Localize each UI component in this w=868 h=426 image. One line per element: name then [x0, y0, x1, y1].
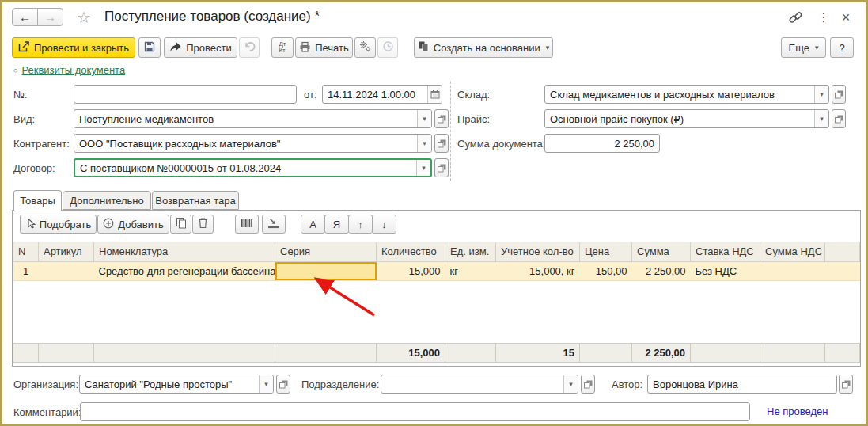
tab-additional[interactable]: Дополнительно [63, 191, 151, 210]
cell-articul[interactable] [39, 261, 94, 280]
col-header-quantity[interactable]: Количество [377, 242, 445, 261]
dtkt-register-button[interactable]: ДтКт [271, 37, 294, 58]
tab-goods[interactable]: Товары [13, 190, 62, 211]
contract-value: С поставщиком №00000015 от 01.08.2024 [75, 160, 416, 176]
total-vat-sum [760, 344, 825, 363]
total-price [580, 344, 632, 363]
forward-button[interactable]: → [37, 8, 63, 26]
price-type-open-button[interactable] [832, 109, 846, 128]
add-row-button[interactable]: Добавить [97, 215, 169, 234]
organization-label: Организация: [13, 378, 78, 390]
contract-field[interactable]: С поставщиком №00000015 от 01.08.2024 ▾ [74, 158, 432, 177]
doc-amount-value: 2 250,00 [545, 135, 659, 152]
get-link-icon[interactable] [787, 9, 804, 26]
cell-quantity[interactable]: 15,000 [377, 261, 445, 280]
tab-additional-label: Дополнительно [70, 195, 144, 207]
department-field[interactable]: ▾ [381, 375, 578, 394]
post-and-close-button[interactable]: Провести и закрыть [12, 37, 135, 58]
price-type-field[interactable]: Основной прайс покупок (₽) ▾ [544, 109, 829, 128]
contractor-field[interactable]: ООО "Поставщик расходных материалов" ▾ [74, 134, 432, 153]
col-header-series[interactable]: Серия [275, 242, 377, 261]
post-button[interactable]: Провести [164, 37, 237, 58]
barcode-button[interactable] [235, 215, 259, 234]
form-splitter[interactable] [450, 82, 451, 181]
cell-unit[interactable]: кг [445, 261, 496, 280]
more-button[interactable]: Еще ▾ [781, 37, 826, 58]
scanner-load-button[interactable] [262, 215, 286, 234]
print-button[interactable]: Печать [295, 37, 353, 58]
chevron-down-icon[interactable]: ▾ [563, 375, 578, 393]
move-down-button[interactable]: ↓ [372, 215, 396, 234]
move-up-button[interactable]: ↑ [348, 215, 373, 234]
create-based-on-button[interactable]: Создать на основании ▾ [414, 37, 553, 58]
open-form-icon [835, 90, 843, 99]
kind-field[interactable]: Поступление медикаментов ▾ [74, 109, 432, 128]
settings-gears-button[interactable] [354, 37, 376, 58]
author-field[interactable]: Воронцова Ирина [647, 375, 837, 394]
trash-icon [198, 217, 208, 231]
chevron-down-icon[interactable]: ▾ [416, 160, 430, 176]
open-form-icon [584, 380, 593, 389]
date-value: 14.11.2024 1:00:00 [323, 86, 427, 103]
chevron-down-icon[interactable]: ▾ [259, 375, 273, 393]
requisites-link-label: Реквизиты документа [21, 64, 125, 76]
undo-button[interactable] [239, 37, 260, 58]
organization-open-button[interactable] [276, 375, 290, 394]
calendar-icon[interactable] [427, 86, 442, 103]
warehouse-field[interactable]: Склад медикаментов и расходных материало… [544, 85, 829, 104]
create-based-on-icon [418, 40, 430, 55]
col-header-acc-quantity[interactable]: Учетное кол-во [496, 242, 580, 261]
pick-button[interactable]: Подобрать [20, 215, 97, 234]
copy-row-button[interactable] [170, 215, 191, 234]
delete-row-button[interactable] [192, 215, 214, 234]
chevron-down-icon[interactable]: ▾ [814, 110, 828, 127]
tab-returnable-packaging[interactable]: Возвратная тара [152, 191, 239, 210]
cell-vat-sum[interactable] [760, 261, 825, 280]
number-field[interactable] [74, 85, 297, 104]
contractor-open-button[interactable] [434, 134, 449, 153]
save-button[interactable] [138, 37, 161, 58]
cell-n[interactable]: 1 [13, 261, 39, 280]
organization-field[interactable]: Санаторий "Родные просторы" ▾ [79, 375, 274, 394]
items-table: N Артикул Номенклатура Серия Количество … [13, 242, 860, 281]
page-title: Поступление товаров (создание) * [104, 9, 320, 25]
col-header-vat-sum[interactable]: Сумма НДС [760, 242, 825, 261]
close-icon[interactable]: × [837, 9, 855, 26]
requisites-link[interactable]: ○ Реквизиты документа [13, 64, 125, 76]
col-header-n[interactable]: N [13, 242, 39, 261]
col-header-vat-rate[interactable]: Ставка НДС [691, 242, 760, 261]
chevron-down-icon[interactable]: ▾ [417, 135, 431, 152]
cell-vat-rate[interactable]: Без НДС [691, 261, 760, 280]
date-field[interactable]: 14.11.2024 1:00:00 [322, 85, 442, 104]
comment-value [81, 403, 749, 420]
help-button[interactable]: ? [830, 37, 854, 58]
author-open-button[interactable] [839, 375, 853, 394]
cell-nomenclature[interactable]: Средство для регенерации бассейна [94, 261, 275, 280]
favorite-star-icon[interactable]: ☆ [77, 8, 91, 27]
help-label: ? [839, 42, 844, 54]
back-button[interactable]: ← [12, 8, 38, 26]
col-header-price[interactable]: Цена [580, 242, 632, 261]
col-header-articul[interactable]: Артикул [39, 242, 94, 261]
col-header-sum[interactable]: Сумма [632, 242, 691, 261]
col-header-unit[interactable]: Ед. изм. [445, 242, 496, 261]
department-open-button[interactable] [581, 375, 595, 394]
sort-descending-button[interactable]: Я [324, 215, 349, 234]
comment-field[interactable] [80, 402, 750, 421]
contract-label: Договор: [13, 162, 55, 174]
kebab-menu-icon[interactable]: ⋮ [815, 9, 832, 26]
history-button[interactable] [377, 37, 398, 58]
contractor-label: Контрагент: [13, 138, 70, 150]
cell-acc-quantity[interactable]: 15,000, кг [496, 261, 580, 280]
total-sum: 2 250,00 [632, 344, 691, 363]
table-row: 1 Средство для регенерации бассейна 15,0… [13, 261, 860, 280]
chevron-down-icon[interactable]: ▾ [814, 86, 828, 103]
contract-open-button[interactable] [434, 158, 449, 177]
cell-price[interactable]: 150,00 [580, 261, 632, 280]
cell-sum[interactable]: 2 250,00 [632, 261, 691, 280]
col-header-nomenclature[interactable]: Номенклатура [94, 242, 275, 261]
warehouse-open-button[interactable] [832, 85, 846, 104]
chevron-down-icon[interactable]: ▾ [417, 110, 431, 127]
sort-ascending-button[interactable]: А [301, 215, 325, 234]
kind-open-button[interactable] [434, 109, 449, 128]
